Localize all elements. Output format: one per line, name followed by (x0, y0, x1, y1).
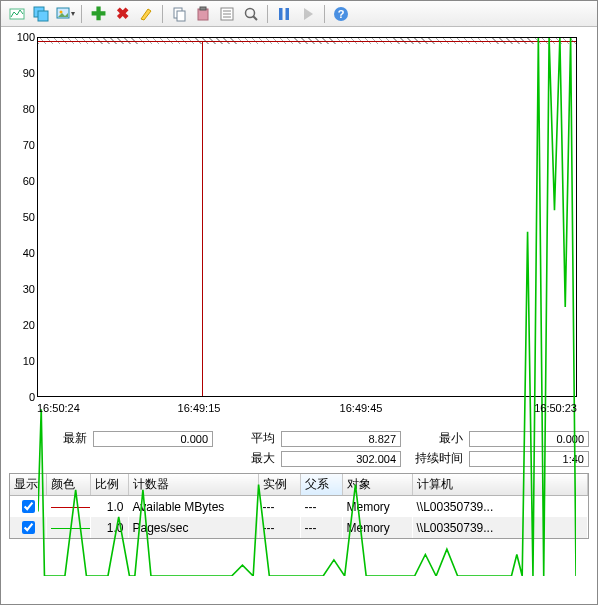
y-axis: 100 90 80 70 60 50 40 30 20 10 0 (9, 37, 37, 397)
y-tick: 60 (23, 175, 35, 187)
svg-rect-7 (198, 9, 208, 20)
show-checkbox[interactable] (22, 521, 35, 534)
y-tick: 90 (23, 67, 35, 79)
y-tick: 70 (23, 139, 35, 151)
remove-icon[interactable]: ✖ (111, 3, 133, 25)
view-current-icon[interactable] (6, 3, 28, 25)
add-icon[interactable]: ✚ (87, 3, 109, 25)
x-tick: 16:50:23 (534, 402, 577, 414)
y-tick: 40 (23, 247, 35, 259)
svg-rect-6 (177, 11, 185, 21)
y-tick: 0 (29, 391, 35, 403)
chart-area: 100 90 80 70 60 50 40 30 20 10 0 16:50:2… (9, 37, 589, 422)
svg-rect-2 (38, 11, 48, 21)
paste-icon[interactable] (192, 3, 214, 25)
y-tick: 50 (23, 211, 35, 223)
toolbar: ▾ ✚ ✖ ? (1, 1, 597, 27)
separator (162, 5, 163, 23)
y-tick: 100 (17, 31, 35, 43)
x-tick: 16:50:24 (37, 402, 80, 414)
svg-marker-17 (304, 8, 313, 20)
highlight-icon[interactable] (135, 3, 157, 25)
x-tick: 16:49:15 (178, 402, 221, 414)
y-tick: 30 (23, 283, 35, 295)
view-log-icon[interactable] (30, 3, 52, 25)
y-tick: 20 (23, 319, 35, 331)
copy-icon[interactable] (168, 3, 190, 25)
svg-rect-15 (279, 8, 283, 20)
show-checkbox[interactable] (22, 500, 35, 513)
svg-rect-8 (200, 7, 206, 10)
x-axis: 16:50:24 16:49:15 16:49:45 16:50:23 (37, 402, 577, 418)
svg-text:?: ? (338, 8, 345, 20)
separator (267, 5, 268, 23)
freeze-icon[interactable] (273, 3, 295, 25)
y-tick: 10 (23, 355, 35, 367)
update-icon[interactable] (297, 3, 319, 25)
separator (81, 5, 82, 23)
series-pages-sec (38, 38, 576, 576)
svg-rect-16 (286, 8, 290, 20)
separator (324, 5, 325, 23)
svg-rect-0 (10, 9, 24, 19)
svg-line-14 (253, 16, 257, 20)
help-icon[interactable]: ? (330, 3, 352, 25)
plot-area[interactable] (37, 37, 577, 397)
properties-icon[interactable] (216, 3, 238, 25)
x-tick: 16:49:45 (340, 402, 383, 414)
y-tick: 80 (23, 103, 35, 115)
zoom-icon[interactable] (240, 3, 262, 25)
gallery-icon[interactable]: ▾ (54, 3, 76, 25)
